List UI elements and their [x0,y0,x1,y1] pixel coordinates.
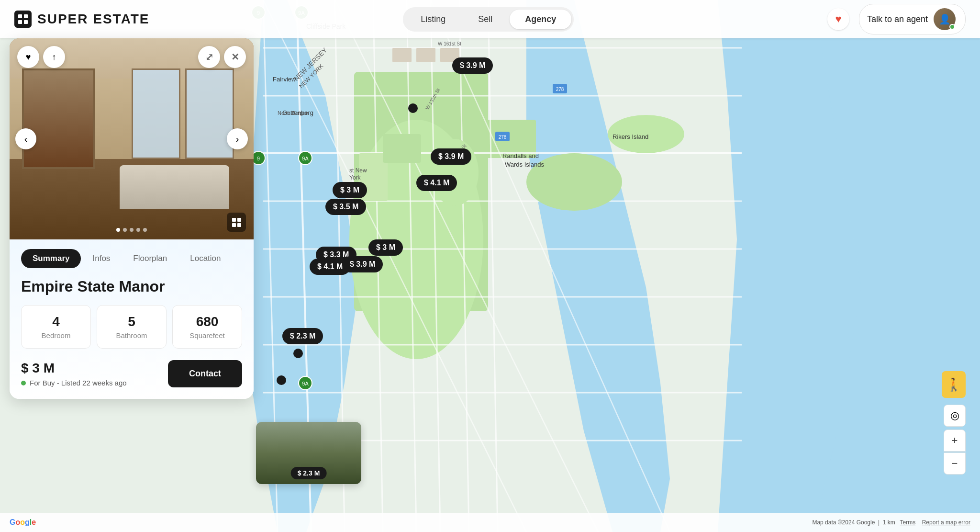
tab-location[interactable]: Location [178,249,232,268]
expand-icon: ⤢ [205,51,213,63]
card-overlay: ♥ ↑ ⤢ ✕ [10,46,254,68]
tab-summary[interactable]: Summary [21,249,81,268]
room-detail [132,68,180,159]
map-terms[interactable]: Terms [900,519,916,526]
map-mini-card[interactable]: $ 2.3 M [256,422,361,484]
bathroom-count: 5 [105,314,158,329]
price-pin-2[interactable]: $ 3.9 M [431,148,471,165]
person-icon: 🚶 [946,377,961,392]
map-dot-2[interactable] [293,349,303,358]
dot-1[interactable] [116,228,120,232]
map-scale: 1 km [883,519,895,526]
grid-view-button[interactable] [227,213,246,232]
close-icon: ✕ [231,51,239,63]
arrow-left-icon: ‹ [24,134,28,145]
locate-icon: ◎ [950,409,959,422]
zoom-out-button[interactable]: − [944,453,966,475]
property-image-container: ♥ ↑ ⤢ ✕ ‹ › [10,38,254,239]
share-button[interactable]: ↑ [43,46,65,68]
room-detail [185,68,234,159]
tab-infos[interactable]: Infos [81,249,122,268]
favorite-button[interactable]: ♥ [17,46,39,68]
tab-floorplan[interactable]: Floorplan [122,249,178,268]
svg-rect-63 [18,20,22,24]
zoom-out-icon: − [952,457,958,470]
nav-tabs: Listing Sell Agency [403,7,574,32]
bedroom-count: 4 [29,314,83,329]
stat-bedroom: 4 Bedroom [21,305,91,349]
wishlist-button[interactable]: ♥ [827,8,849,30]
svg-text:278: 278 [556,87,564,92]
mini-card-image: $ 2.3 M [256,422,361,484]
close-button[interactable]: ✕ [224,46,246,68]
price-section: $ 3 M For Buy - Listed 22 weeks ago [21,361,127,387]
svg-rect-64 [24,20,28,24]
property-name: Empire State Manor [21,278,242,295]
map-copyright: Map data ©2024 Google [812,519,875,526]
price-pin-5[interactable]: $ 3.5 M [325,199,366,215]
card-actions-left: ♥ ↑ [17,46,65,68]
app-name: SUPER ESTATE [37,11,150,27]
agent-avatar: 👤 [934,8,956,30]
price-pin-9[interactable]: $ 3 M [368,239,403,256]
map-bottom-bar: Google Map data ©2024 Google | 1 km Term… [0,513,980,532]
zoom-in-button[interactable]: + [944,430,966,452]
price-pin-4[interactable]: $ 3 M [333,182,367,198]
room-detail [22,68,95,169]
tab-listing[interactable]: Listing [405,10,461,29]
svg-text:9A: 9A [302,156,309,161]
tab-sell[interactable]: Sell [463,10,508,29]
map-attribution: Map data ©2024 Google | 1 km Terms Repor… [812,519,970,526]
price-pin-8[interactable]: $ 3.9 M [342,256,383,272]
online-indicator [949,24,955,30]
map-dot-3[interactable] [277,375,286,385]
property-footer: $ 3 M For Buy - Listed 22 weeks ago Cont… [21,360,242,387]
talk-agent-label: Talk to an agent [867,14,928,24]
sqft-count: 680 [180,314,234,329]
svg-text:9: 9 [257,156,260,161]
image-prev-button[interactable]: ‹ [15,128,36,149]
map-report[interactable]: Report a map error [922,519,970,526]
locate-button[interactable]: ◎ [944,405,966,427]
svg-text:Rikers Island: Rikers Island [612,133,648,140]
header: SUPER ESTATE Listing Sell Agency ♥ Talk … [0,0,980,38]
zoom-in-icon: + [952,434,958,447]
svg-rect-29 [416,48,435,62]
svg-rect-28 [392,48,412,62]
listing-status-text: For Buy - Listed 22 weeks ago [30,379,127,387]
zoom-controls: + − [944,430,966,475]
dot-3[interactable] [130,228,134,232]
price-pin-10[interactable]: $ 2.3 M [282,328,323,344]
svg-text:Wards Islands: Wards Islands [505,161,544,168]
property-tabs: Summary Infos Floorplan Location [21,249,242,268]
dot-2[interactable] [123,228,127,232]
card-content: Summary Infos Floorplan Location Empire … [10,239,254,399]
map-dot-1[interactable] [408,103,418,113]
property-image [10,38,254,239]
street-view-button[interactable]: 🚶 [942,371,966,398]
property-price: $ 3 M [21,361,127,376]
dot-5[interactable] [143,228,147,232]
contact-button[interactable]: Contact [168,360,242,387]
svg-text:Randalls and: Randalls and [502,152,539,159]
room-detail [120,165,230,209]
dot-4[interactable] [136,228,140,232]
logo: SUPER ESTATE [14,11,150,28]
svg-rect-61 [18,14,22,18]
svg-text:st New: st New [349,167,367,174]
svg-text:278: 278 [499,135,507,140]
price-pin-3[interactable]: $ 4.1 M [416,175,457,191]
header-right: ♥ Talk to an agent 👤 [827,4,966,34]
expand-button[interactable]: ⤢ [198,46,220,68]
grid-icon [232,218,241,227]
stat-bathroom: 5 Bathroom [97,305,167,349]
logo-icon [14,11,32,28]
sqft-label: Squarefeet [180,331,234,340]
price-pin-1[interactable]: $ 3.9 M [452,57,493,74]
arrow-right-icon: › [236,134,239,145]
mini-price-badge: $ 2.3 M [291,467,327,479]
talk-agent-button[interactable]: Talk to an agent 👤 [859,4,966,34]
image-next-button[interactable]: › [227,128,248,149]
tab-agency[interactable]: Agency [510,10,571,29]
bathroom-label: Bathroom [105,331,158,340]
